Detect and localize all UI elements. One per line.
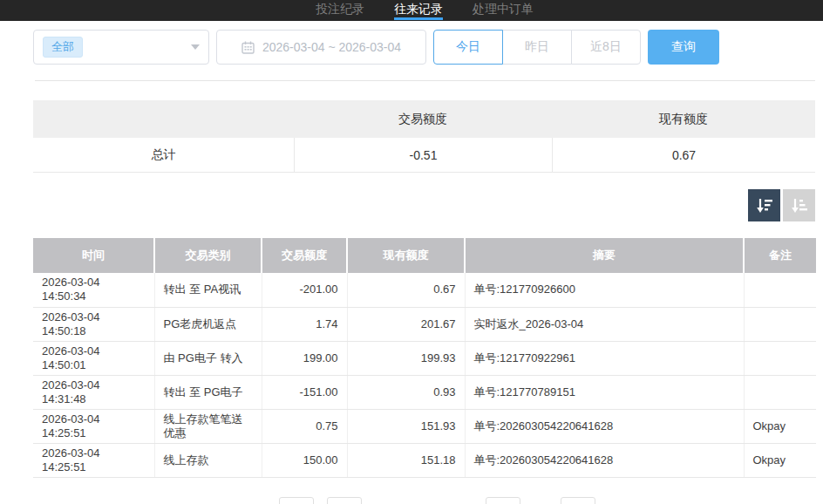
column-header-time: 时间: [33, 238, 154, 273]
records-table: 时间 交易类别 交易额度 现有额度 摘要 备注 2026-03-04 14:50…: [33, 238, 816, 478]
column-header-type: 交易类别: [154, 238, 262, 273]
cell-type: 由 PG电子 转入: [154, 341, 262, 375]
table-row: 2026-03-04 14:25:51 线上存款 150.00 151.18 单…: [33, 443, 816, 477]
table-row: 2026-03-04 14:25:51 线上存款笔笔送优惠 0.75 151.9…: [33, 409, 816, 443]
summary-header-transaction-amount: 交易额度: [294, 112, 552, 127]
last-8-days-button[interactable]: 近8日: [571, 30, 641, 65]
transaction-records-page: 投注纪录 往来记录 处理中订单 全部: [0, 0, 823, 504]
selected-filter-tag[interactable]: 全部: [43, 37, 83, 58]
summary-total-label: 总计: [33, 147, 294, 163]
nav-tabs: 投注纪录 往来记录 处理中订单: [13, 0, 823, 21]
filter-toolbar: 全部 2026-03-04 ~ 2026-03-04 今日 昨日 近8日 查询: [0, 30, 823, 65]
tab-transaction-records[interactable]: 往来记录: [394, 0, 443, 21]
cell-note: Okpay: [744, 409, 816, 443]
column-header-note: 备注: [744, 238, 816, 273]
cell-type: 线上存款笔笔送优惠: [154, 409, 262, 443]
sort-controls: [748, 189, 815, 221]
cell-amount: 1.74: [262, 307, 347, 341]
column-header-summary: 摘要: [465, 238, 744, 273]
column-header-current-amount: 现有额度: [347, 238, 465, 273]
column-header-transaction-amount: 交易额度: [262, 238, 347, 273]
pagination-button[interactable]: [279, 497, 314, 504]
sort-ascending-button[interactable]: [783, 189, 815, 221]
cell-summary: 单号:121770922961: [465, 341, 744, 375]
section-divider: [35, 80, 815, 81]
summary-table: 交易额度 现有额度 总计 -0.51 0.67: [33, 100, 815, 173]
sort-amount-desc-icon: [755, 196, 774, 215]
cell-amount: -201.00: [262, 273, 347, 307]
cell-balance: 151.93: [347, 409, 465, 443]
cell-time: 2026-03-04 14:25:51: [33, 443, 154, 477]
summary-current-amount-value: 0.67: [552, 138, 815, 172]
cell-balance: 0.93: [347, 375, 465, 409]
cell-summary: 单号:121770789151: [465, 375, 744, 409]
yesterday-button[interactable]: 昨日: [502, 30, 572, 65]
date-range-value: 2026-03-04 ~ 2026-03-04: [262, 40, 401, 54]
summary-transaction-amount-value: -0.51: [294, 138, 552, 172]
table-row: 2026-03-04 14:50:34 转出 至 PA视讯 -201.00 0.…: [33, 273, 816, 307]
tab-processing-orders[interactable]: 处理中订单: [473, 0, 534, 21]
cell-summary: 单号:202603054220641628: [465, 409, 744, 443]
cell-time: 2026-03-04 14:50:01: [33, 341, 154, 375]
sort-descending-button[interactable]: [748, 189, 780, 221]
cell-amount: 0.75: [262, 409, 347, 443]
cell-balance: 201.67: [347, 307, 465, 341]
records-header-row: 时间 交易类别 交易额度 现有额度 摘要 备注: [33, 238, 816, 273]
cell-balance: 0.67: [347, 273, 465, 307]
table-row: 2026-03-04 14:50:18 PG老虎机返点 1.74 201.67 …: [33, 307, 816, 341]
cell-type: 转出 至 PG电子: [154, 375, 262, 409]
cell-time: 2026-03-04 14:25:51: [33, 409, 154, 443]
calendar-icon: [241, 41, 255, 54]
quick-date-button-group: 今日 昨日 近8日: [433, 30, 641, 65]
type-filter-select[interactable]: 全部: [33, 30, 209, 65]
cell-balance: 151.18: [347, 443, 465, 477]
cell-note: [744, 273, 816, 307]
chevron-down-icon: [191, 44, 200, 50]
cell-time: 2026-03-04 14:31:48: [33, 375, 154, 409]
cell-amount: 150.00: [262, 443, 347, 477]
cell-note: [744, 375, 816, 409]
cell-time: 2026-03-04 14:50:34: [33, 273, 154, 307]
cell-time: 2026-03-04 14:50:18: [33, 307, 154, 341]
cell-note: [744, 307, 816, 341]
today-button[interactable]: 今日: [433, 30, 503, 65]
date-range-input[interactable]: 2026-03-04 ~ 2026-03-04: [216, 30, 426, 65]
cell-type: 线上存款: [154, 443, 262, 477]
cell-note: [744, 341, 816, 375]
pagination-button[interactable]: [486, 497, 520, 504]
cell-type: PG老虎机返点: [154, 307, 262, 341]
cell-amount: 199.00: [262, 341, 347, 375]
records-tbody: 2026-03-04 14:50:34 转出 至 PA视讯 -201.00 0.…: [33, 273, 816, 477]
cell-summary: 单号:202603054220641628: [465, 443, 744, 477]
cell-balance: 199.93: [347, 341, 465, 375]
table-row: 2026-03-04 14:31:48 转出 至 PG电子 -151.00 0.…: [33, 375, 816, 409]
query-button[interactable]: 查询: [648, 30, 719, 65]
top-nav-bar: 投注纪录 往来记录 处理中订单: [0, 0, 823, 21]
cell-summary: 实时返水_2026-03-04: [465, 307, 744, 341]
sort-amount-asc-icon: [790, 196, 809, 215]
pagination-button[interactable]: [327, 497, 362, 504]
summary-header-row: 交易额度 现有额度: [33, 100, 815, 138]
cell-note: Okpay: [744, 443, 816, 477]
cell-summary: 单号:121770926600: [465, 273, 744, 307]
tab-betting-records[interactable]: 投注纪录: [316, 0, 364, 21]
cell-type: 转出 至 PA视讯: [154, 273, 262, 307]
cell-amount: -151.00: [262, 375, 347, 409]
active-tab-underline: [394, 17, 443, 20]
pagination-button[interactable]: [561, 497, 595, 504]
summary-header-current-amount: 现有额度: [552, 112, 815, 127]
tab-transaction-records-label: 往来记录: [394, 2, 443, 16]
table-row: 2026-03-04 14:50:01 由 PG电子 转入 199.00 199…: [33, 341, 816, 375]
summary-total-row: 总计 -0.51 0.67: [33, 138, 815, 173]
